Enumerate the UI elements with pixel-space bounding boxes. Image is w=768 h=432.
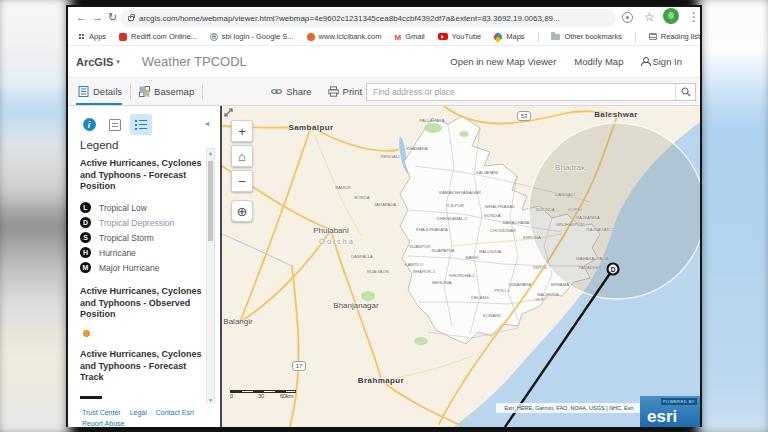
globe-favicon [210, 33, 218, 41]
state-label: Odisha [319, 237, 355, 246]
bookmark-label: Gmail [405, 32, 425, 41]
bookmark-label: Maps [506, 32, 524, 41]
print-label: Print [343, 86, 363, 97]
open-in-new-map-viewer-link[interactable]: Open in new Map Viewer [450, 56, 556, 67]
profile-avatar[interactable] [663, 8, 679, 24]
scroll-up-icon[interactable]: ▲ [207, 150, 214, 156]
legend-icon [135, 119, 147, 131]
search-input[interactable] [367, 84, 675, 100]
map-attribution: Esri, HERE, Garmin, FAO, NOAA, USGS | NH… [496, 403, 642, 413]
legend-item: LTropical Low [80, 200, 202, 215]
address-bar[interactable]: arcgis.com/home/webmap/viewer.html?webma… [120, 9, 616, 27]
bookmark-label: YouTube [452, 32, 481, 41]
legend-item-label: Major Hurricane [99, 263, 159, 273]
basemap-icon [139, 86, 150, 97]
lock-icon [128, 16, 134, 21]
chevron-down-icon: ▾ [116, 58, 120, 66]
legend-section-observed-position: Active Hurricanes, Cyclones and Typhoons… [80, 286, 202, 337]
bookmark-rediff[interactable]: Rediff.com Online... [119, 32, 197, 41]
reading-list-icon [649, 33, 657, 40]
legend-item: HHurricane [80, 245, 202, 260]
legal-link[interactable]: Legal [130, 409, 147, 416]
arcgis-logo[interactable]: ArcGIS [76, 56, 113, 68]
scrollbar-thumb[interactable] [208, 161, 213, 241]
marker-letter: D [611, 266, 616, 273]
bookmark-maps[interactable]: Maps [494, 32, 524, 41]
panel-scrollbar[interactable]: ▲ ▼ [206, 148, 215, 405]
legend-item: MMajor Hurricane [80, 260, 202, 275]
forward-icon[interactable]: → [92, 12, 103, 23]
tab-legend[interactable] [130, 114, 152, 135]
collapse-panel-icon[interactable]: ◂ [205, 119, 209, 128]
divider [130, 84, 131, 100]
search-icon [681, 87, 691, 97]
icici-favicon [307, 33, 315, 41]
info-icon: i [83, 118, 96, 131]
tab-content[interactable] [104, 114, 126, 135]
url-text[interactable]: arcgis.com/home/webmap/viewer.html?webma… [139, 14, 560, 23]
scale-bar: 0 30 60km [230, 390, 296, 400]
scale-tick: 60km [280, 393, 293, 399]
reading-list-label: Reading list [661, 32, 700, 41]
refresh-icon[interactable]: ↻ [108, 12, 117, 23]
details-label: Details [93, 86, 122, 97]
legend-item-label: Tropical Storm [99, 233, 154, 243]
map-canvas[interactable]: D PALLAHARAKHAMARARENGALIBAMURBONDAJARAP… [222, 106, 700, 427]
rediff-favicon [119, 33, 127, 41]
expand-icon[interactable] [222, 106, 235, 119]
other-bookmarks-button[interactable]: Other bookmarks [551, 32, 622, 41]
legend-item-label: Tropical Low [99, 203, 147, 213]
esri-wordmark: esri [647, 407, 677, 427]
scale-tick: 0 [230, 393, 233, 399]
divider [635, 32, 636, 42]
folder-icon [551, 34, 560, 40]
active-tab-underline [76, 103, 122, 106]
bookmark-youtube[interactable]: YouTube [438, 32, 481, 41]
webmap-title: Weather TPCODL [142, 54, 451, 69]
reading-list-button[interactable]: Reading list [649, 32, 700, 41]
apps-label: Apps [89, 32, 106, 41]
locate-button[interactable]: ⊕ [231, 200, 253, 222]
apps-grid-icon [78, 33, 85, 40]
zoom-out-button[interactable]: − [231, 170, 253, 192]
sign-in-link[interactable]: Sign In [641, 56, 682, 67]
share-button[interactable]: Share [271, 78, 311, 105]
legend-item-label: Hurricane [99, 248, 136, 258]
legend-item: STropical Storm [80, 230, 202, 245]
bookmark-icici[interactable]: www.icicibank.com [307, 32, 382, 41]
home-button[interactable]: ⌂ [231, 145, 253, 167]
bookmark-gmail[interactable]: M Gmail [395, 32, 425, 41]
other-bookmarks-label: Other bookmarks [564, 32, 622, 41]
basemap-button[interactable]: Basemap [139, 78, 194, 105]
report-abuse-link[interactable]: Report Abuse [82, 420, 124, 427]
page-action-icon[interactable] [622, 12, 633, 23]
content-icon [109, 119, 121, 131]
legend-section-forecast-track: Active Hurricanes, Cyclones and Typhoons… [80, 349, 202, 399]
details-button[interactable]: Details [78, 78, 122, 105]
legend-item-label: Tropical Depression [99, 218, 174, 228]
bookmark-star-icon[interactable]: ☆ [644, 11, 655, 23]
legend-section-title: Active Hurricanes, Cyclones and Typhoons… [80, 349, 202, 384]
divider [202, 84, 203, 100]
gmail-favicon: M [395, 33, 402, 41]
bookmark-sbi[interactable]: sbi login - Google S... [210, 32, 294, 41]
blurred-left-edge [0, 0, 70, 432]
print-button[interactable]: Print ▾ [328, 78, 370, 105]
search-button[interactable] [675, 84, 695, 100]
tab-about[interactable]: i [78, 114, 100, 135]
browser-menu-icon[interactable]: ⋮ [688, 11, 700, 23]
back-icon[interactable]: ← [76, 12, 87, 23]
tropical-depression-icon: D [80, 217, 91, 228]
contact-esri-link[interactable]: Contact Esri [156, 409, 194, 416]
basemap-graphics: D [222, 106, 700, 427]
legend-section-forecast-position: Active Hurricanes, Cyclones and Typhoons… [80, 158, 202, 275]
apps-button[interactable]: Apps [78, 32, 106, 41]
trust-center-link[interactable]: Trust Center [82, 409, 121, 416]
observed-position-icon [83, 330, 90, 337]
screenshot-stage: ← → ↻ arcgis.com/home/webmap/viewer.html… [0, 0, 768, 432]
bookmark-label: www.icicibank.com [319, 32, 382, 41]
zoom-in-button[interactable]: + [231, 120, 253, 142]
modify-map-link[interactable]: Modify Map [574, 56, 623, 67]
scroll-down-icon[interactable]: ▼ [207, 397, 214, 403]
bookmarks-bar: Apps Rediff.com Online... sbi login - Go… [68, 28, 700, 46]
